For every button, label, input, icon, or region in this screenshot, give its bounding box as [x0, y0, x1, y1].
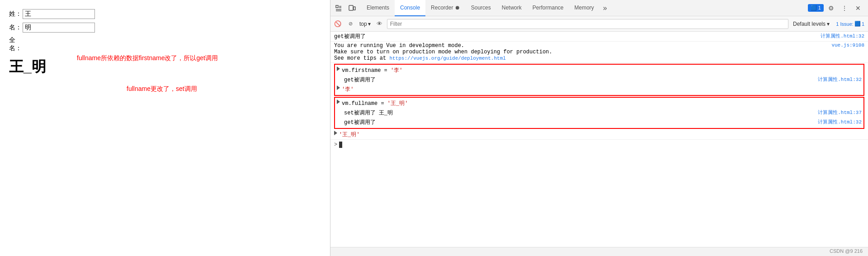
- result-text: '王_明': [339, 131, 864, 138]
- vue-warn-text: You are running Vue in development mode.…: [334, 43, 828, 62]
- svg-rect-0: [336, 5, 338, 8]
- more-options-btn[interactable]: ⋮: [838, 2, 851, 14]
- console-toolbar: 🚫 ⊘ top ▾ 👁 Default levels ▾ 1 Issue: 🟦 …: [330, 16, 868, 32]
- surname-input[interactable]: [23, 9, 95, 19]
- box1-line1: vm.firstname = '李': [337, 66, 862, 75]
- blue-indicator[interactable]: 🟦 1: [808, 4, 824, 12]
- svg-rect-5: [349, 5, 353, 10]
- box2-line2: set被调用了 王_明 计算属性.html:37: [337, 108, 862, 118]
- expand-icon[interactable]: [337, 66, 340, 71]
- expand-icon-3[interactable]: [337, 100, 340, 104]
- box1-source[interactable]: 计算属性.html:32: [818, 76, 862, 83]
- box2-source2[interactable]: 计算属性.html:32: [818, 119, 862, 125]
- tab-memory[interactable]: Memory: [569, 0, 599, 16]
- firstname-row: 名：: [9, 23, 321, 33]
- box1-line3: '李': [337, 85, 862, 94]
- result-line: '王_明': [330, 130, 868, 140]
- vue-link[interactable]: https://vuejs.org/guide/deployment.html: [389, 56, 505, 61]
- expand-icon-2[interactable]: [337, 85, 340, 90]
- console-line-vue: You are running Vue in development mode.…: [330, 42, 868, 63]
- tab-right-icons: 🟦 1 ⚙ ⋮ ✕: [808, 2, 866, 14]
- tab-recorder[interactable]: Recorder ⏺: [425, 0, 466, 16]
- red-box-1: vm.firstname = '李' get被调用了 计算属性.html:32 …: [334, 64, 864, 96]
- box1-text2: get被调用了: [337, 76, 814, 84]
- issue-count: 1: [862, 21, 864, 27]
- prompt-symbol: >: [334, 142, 337, 148]
- box1-text3: '李': [342, 85, 862, 93]
- fullname-label: 全名：: [9, 36, 20, 52]
- context-label: top: [359, 21, 367, 27]
- fullname-row: 全名：: [9, 36, 321, 52]
- bottom-text: CSDN @9 216: [830, 248, 863, 254]
- box1-text1: vm.firstname = '李': [342, 66, 862, 74]
- console-prompt[interactable]: >: [330, 140, 868, 150]
- firstname-input[interactable]: [23, 23, 95, 33]
- settings-icon-btn[interactable]: ⚙: [825, 2, 837, 14]
- tab-performance[interactable]: Performance: [527, 0, 569, 16]
- red-box-2: vm.fullname = '王_明' set被调用了 王_明 计算属性.htm…: [334, 97, 864, 129]
- device-icon: [349, 5, 356, 12]
- device-icon-btn[interactable]: [346, 2, 359, 14]
- prompt-cursor: [339, 142, 342, 148]
- app-panel: 姓： 名： 全名： 王_明 fullname所依赖的数据firstname改了，…: [0, 0, 330, 256]
- tab-network[interactable]: Network: [496, 0, 527, 16]
- inspect-icon-btn[interactable]: [332, 2, 345, 14]
- context-dropdown-icon: ▾: [368, 21, 371, 27]
- tab-elements[interactable]: Elements: [361, 0, 395, 16]
- box1-line2: get被调用了 计算属性.html:32: [337, 75, 862, 85]
- box2-text3: get被调用了: [337, 119, 814, 126]
- box2-line1: vm.fullname = '王_明': [337, 99, 862, 108]
- preserve-log-btn[interactable]: ⊘: [345, 19, 356, 29]
- console-text: get被调用了: [334, 33, 817, 40]
- issue-badge[interactable]: 1 Issue: 🟦 1: [834, 20, 866, 28]
- devtools-icon-row: Elements Console Recorder ⏺ Sources Netw…: [330, 0, 868, 16]
- tab-console[interactable]: Console: [395, 0, 425, 16]
- devtools-panel: Elements Console Recorder ⏺ Sources Netw…: [330, 0, 868, 256]
- issue-icon: 🟦: [854, 21, 861, 27]
- bottom-bar: CSDN @9 216: [330, 247, 868, 256]
- box2-text2: set被调用了 王_明: [337, 109, 814, 117]
- eye-icon-btn[interactable]: 👁: [374, 19, 385, 29]
- annotation-2: fullname更改了，set调用: [127, 85, 197, 93]
- filter-input[interactable]: [387, 19, 788, 29]
- expand-icon-4[interactable]: [334, 131, 337, 135]
- default-levels[interactable]: Default levels ▾: [790, 20, 832, 28]
- console-output[interactable]: get被调用了 计算属性.html:32 You are running Vue…: [330, 32, 868, 247]
- svg-rect-6: [354, 7, 355, 10]
- surname-label: 姓：: [9, 10, 20, 18]
- devtools-tabs: Elements Console Recorder ⏺ Sources Netw…: [361, 0, 611, 16]
- box2-source1[interactable]: 计算属性.html:37: [818, 109, 862, 116]
- tab-sources[interactable]: Sources: [466, 0, 496, 16]
- firstname-label: 名：: [9, 24, 20, 32]
- vue-source[interactable]: vue.js:9108: [831, 43, 864, 48]
- issue-text: 1 Issue:: [836, 21, 854, 27]
- box2-text1: vm.fullname = '王_明': [342, 100, 862, 107]
- console-source[interactable]: 计算属性.html:32: [821, 33, 864, 39]
- annotation-1: fullname所依赖的数据firstname改了，所以get调用: [77, 54, 218, 62]
- context-select[interactable]: top ▾: [358, 20, 373, 28]
- clear-console-btn[interactable]: 🚫: [332, 19, 343, 29]
- surname-row: 姓：: [9, 9, 321, 19]
- close-devtools-btn[interactable]: ✕: [852, 2, 864, 14]
- inspect-icon: [335, 5, 342, 12]
- tab-more[interactable]: »: [599, 4, 611, 12]
- console-line: get被调用了 计算属性.html:32: [330, 32, 868, 42]
- box2-line3: get被调用了 计算属性.html:32: [337, 118, 862, 127]
